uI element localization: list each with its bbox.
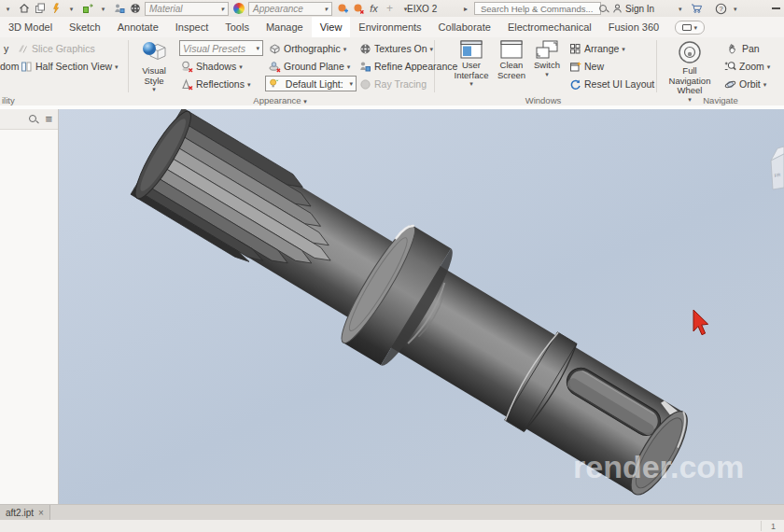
- new-window-button[interactable]: New: [569, 59, 604, 74]
- slice-graphics-icon: [17, 43, 29, 55]
- appearance-adjust-icon[interactable]: [111, 2, 127, 16]
- copy-pages-icon[interactable]: [32, 2, 48, 16]
- dropdown-arrow-icon: ▾: [767, 63, 771, 70]
- adjust-clear-icon[interactable]: [350, 2, 366, 16]
- browser-search-icon[interactable]: [28, 114, 38, 124]
- dropdown-arrow-icon: ▾: [693, 24, 697, 31]
- dropdown-arrow-icon: ▾: [220, 6, 224, 12]
- adjust-add-icon[interactable]: [334, 2, 350, 16]
- status-occurrence-count: 1: [771, 522, 776, 531]
- slice-graphics-button[interactable]: Slice Graphics: [17, 41, 95, 56]
- minimize-button[interactable]: [772, 0, 780, 17]
- dropdown-arrow-icon: ▾: [763, 81, 767, 88]
- document-tab-bar: aft2.ipt ×: [0, 504, 784, 521]
- toolbar-overflow-icon[interactable]: ▾: [0, 2, 16, 16]
- user-interface-button[interactable]: User Interface ▾: [452, 40, 491, 87]
- title-flyout-arrow-icon[interactable]: ▸: [464, 0, 468, 17]
- dropdown-arrow-icon: ▾: [239, 63, 243, 70]
- arrange-icon: [569, 43, 581, 55]
- tab-inspect[interactable]: Inspect: [167, 17, 217, 37]
- appearance-dropdown-value: Appearance: [253, 4, 303, 14]
- clean-screen-button[interactable]: Clean Screen: [494, 40, 529, 80]
- tab-collaborate[interactable]: Collaborate: [430, 17, 499, 37]
- orbit-button[interactable]: Orbit ▾: [724, 77, 766, 91]
- material-flyout-arrow-icon[interactable]: ▾: [95, 2, 111, 16]
- viewport-3d[interactable]: FR render.com: [59, 109, 784, 504]
- film-wheel-icon[interactable]: [127, 2, 143, 16]
- document-title: EIXO 2: [407, 0, 437, 17]
- help-search-box[interactable]: [474, 2, 601, 15]
- arrange-button[interactable]: Arrange ▾: [569, 41, 625, 56]
- help-arrow-icon[interactable]: ▾: [734, 0, 737, 17]
- ray-tracing-button[interactable]: Ray Tracing: [359, 77, 427, 91]
- dropdown-arrow-icon: ▾: [347, 63, 351, 70]
- half-section-view-button[interactable]: Half Section View ▾: [21, 59, 119, 74]
- orthographic-button[interactable]: Orthographic ▾: [269, 41, 346, 56]
- inventor-window: ▾ ▾ ▾ Material ▾ Appearance ▾ fx +: [0, 0, 784, 532]
- sign-in-button[interactable]: Sign In: [625, 0, 654, 17]
- refine-appearance-icon: [359, 61, 371, 73]
- panel-label-appearance[interactable]: Appearance ▾: [224, 95, 336, 105]
- user-person-icon[interactable]: [612, 0, 623, 17]
- title-bar: ▾ ▾ ▾ Material ▾ Appearance ▾ fx +: [0, 0, 784, 17]
- tab-annotate[interactable]: Annotate: [109, 17, 167, 37]
- reset-ui-layout-icon: [569, 78, 581, 91]
- browser-menu-icon[interactable]: ≡: [45, 113, 52, 125]
- textures-on-button[interactable]: Textures On ▾: [359, 41, 433, 56]
- dropdown-arrow-icon: ▾: [622, 46, 625, 52]
- color-wheel-icon[interactable]: [231, 2, 246, 16]
- bolt-flyout-arrow-icon[interactable]: ▾: [63, 2, 79, 16]
- tab-manage[interactable]: Manage: [258, 17, 312, 37]
- material-swap-icon[interactable]: [79, 2, 95, 16]
- textures-icon: [359, 43, 371, 55]
- search-icon[interactable]: [598, 0, 609, 17]
- reset-ui-layout-button[interactable]: Reset UI Layout: [569, 77, 654, 91]
- dropdown-arrow-icon: ▾: [349, 80, 353, 87]
- parameters-fx-icon[interactable]: fx: [366, 2, 382, 16]
- home-icon[interactable]: [16, 2, 32, 16]
- zoom-magnifier-icon: [724, 61, 736, 73]
- visual-style-button[interactable]: Visual Style ▾: [133, 40, 175, 92]
- quick-command-bolt-icon[interactable]: [48, 2, 63, 16]
- navigation-wheel-icon: [678, 40, 702, 64]
- tab-environments[interactable]: Environments: [350, 17, 429, 37]
- tab-electromechanical[interactable]: Electromechanical: [499, 17, 600, 37]
- sign-in-arrow-icon[interactable]: ▾: [679, 0, 682, 17]
- tab-3d-model[interactable]: 3D Model: [0, 17, 61, 37]
- zoom-button[interactable]: Zoom ▾: [724, 59, 770, 74]
- appearance-dropdown[interactable]: Appearance ▾: [248, 2, 332, 16]
- shadows-button[interactable]: Shadows ▾: [181, 59, 243, 74]
- new-window-icon: [569, 61, 581, 73]
- svg-text:?: ?: [719, 5, 722, 13]
- document-tab[interactable]: aft2.ipt ×: [0, 505, 50, 520]
- dropdown-arrow-icon: ▾: [343, 46, 347, 52]
- ground-plane-button[interactable]: Ground Plane ▾: [269, 59, 350, 74]
- clipped-button-label[interactable]: dom: [0, 59, 19, 74]
- viewcube[interactable]: FR: [771, 147, 784, 189]
- tab-sketch[interactable]: Sketch: [61, 17, 109, 37]
- tab-tools[interactable]: Tools: [217, 17, 258, 37]
- shaft-3d-model[interactable]: [119, 109, 707, 504]
- clipped-button-label[interactable]: y: [4, 41, 8, 56]
- default-lighting-dropdown[interactable]: Default Light: ▾: [265, 76, 357, 91]
- switch-windows-button[interactable]: Switch ▾: [530, 40, 564, 77]
- pan-button[interactable]: Pan: [727, 41, 760, 56]
- close-icon[interactable]: ×: [38, 508, 44, 518]
- dropdown-arrow-icon: ▾: [545, 71, 549, 77]
- dropdown-arrow-icon: ▾: [469, 80, 473, 87]
- store-cart-icon[interactable]: [691, 0, 703, 17]
- clean-screen-icon: [500, 40, 523, 59]
- visual-presets-dropdown[interactable]: Visual Presets ▾: [179, 40, 263, 56]
- tab-fusion-360[interactable]: Fusion 360: [600, 17, 667, 37]
- material-dropdown[interactable]: Material ▾: [145, 2, 229, 16]
- reflections-button[interactable]: Reflections ▾: [181, 77, 250, 91]
- dropdown-arrow-icon: ▾: [303, 98, 307, 105]
- tab-view[interactable]: View: [312, 17, 351, 37]
- help-icon[interactable]: ?: [715, 0, 727, 17]
- status-bar: 1: [0, 520, 784, 532]
- lighting-bulb-icon: [269, 78, 279, 89]
- ribbon-collapse-button[interactable]: ▾: [675, 21, 705, 35]
- help-search-input[interactable]: [479, 3, 596, 15]
- full-navigation-wheel-button[interactable]: Full Navigation Wheel ▾: [663, 40, 717, 103]
- refine-appearance-button[interactable]: Refine Appearance: [359, 59, 457, 74]
